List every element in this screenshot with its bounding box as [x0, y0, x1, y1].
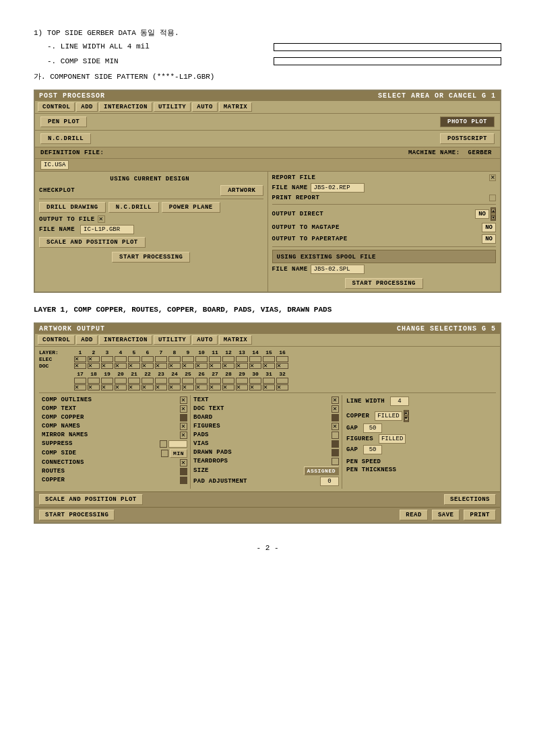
- start-processing-right-button[interactable]: START PROCESSING: [345, 278, 423, 289]
- ao-menu-control[interactable]: CONTROL: [38, 335, 75, 345]
- copper-check[interactable]: [180, 477, 187, 484]
- nc-drill-button[interactable]: N.C.DRILL: [40, 133, 91, 144]
- output-direct-scrollbar[interactable]: ▲ ▼: [491, 207, 496, 221]
- connections-check[interactable]: [180, 459, 187, 467]
- doc-check-10[interactable]: [195, 363, 208, 369]
- doc2-check-1[interactable]: [74, 384, 86, 390]
- pp-menu-matrix[interactable]: MATRIX: [219, 102, 252, 112]
- comp-outlines-check[interactable]: [180, 397, 187, 404]
- doc-check-12[interactable]: [222, 363, 234, 369]
- copper-scroll-up[interactable]: ▲: [404, 411, 408, 415]
- doc2-check-12[interactable]: [222, 384, 234, 390]
- report-file-check[interactable]: [489, 174, 496, 181]
- ao-menu-auto[interactable]: AUTO: [192, 335, 218, 345]
- power-plane-button[interactable]: POWER PLANE: [162, 202, 220, 213]
- read-button[interactable]: READ: [400, 510, 428, 520]
- board-check[interactable]: [332, 414, 339, 421]
- file-name-left-value[interactable]: IC-L1P.GBR: [80, 225, 134, 234]
- print-button[interactable]: PRINT: [464, 510, 496, 520]
- doc2-check-8[interactable]: [168, 384, 181, 390]
- pp-menu-add[interactable]: ADD: [76, 102, 98, 112]
- doc2-check-15[interactable]: [263, 384, 275, 390]
- teardrops-check[interactable]: [332, 458, 339, 465]
- doc-check-15[interactable]: [263, 363, 275, 369]
- doc2-check-6[interactable]: [141, 384, 154, 390]
- doc-check-14[interactable]: [249, 363, 261, 369]
- doc-check-4[interactable]: [115, 363, 127, 369]
- comp-text-check[interactable]: [180, 405, 187, 413]
- doc-check-6[interactable]: [141, 363, 154, 369]
- scale-plot-button[interactable]: SCALE AND POSITION PLOT: [39, 237, 146, 248]
- doc-check-16[interactable]: [276, 363, 288, 369]
- comp-copper-check[interactable]: [180, 414, 187, 421]
- doc-check-11[interactable]: [209, 363, 221, 369]
- pads-check[interactable]: [332, 432, 339, 439]
- doc-check-1[interactable]: [74, 363, 86, 369]
- scroll-down-icon[interactable]: ▼: [491, 215, 495, 219]
- file-name-right-value[interactable]: JBS-02.REP: [311, 183, 365, 193]
- save-button[interactable]: SAVE: [432, 510, 460, 520]
- doc2-check-7[interactable]: [155, 384, 167, 390]
- doc2-check-3[interactable]: [101, 384, 113, 390]
- start-processing-left-button[interactable]: START PROCESSING: [112, 252, 190, 263]
- doc2-check-9[interactable]: [182, 384, 194, 390]
- doc2-check-10[interactable]: [195, 384, 208, 390]
- mirror-names-check[interactable]: [180, 432, 187, 439]
- pp-menu-utility[interactable]: UTILITY: [154, 102, 191, 112]
- pp-menu-control[interactable]: CONTROL: [38, 102, 75, 112]
- doc-check-9[interactable]: [182, 363, 194, 369]
- layer-num-13: 13: [236, 349, 248, 355]
- comp-side-check[interactable]: [161, 450, 168, 457]
- ao-menu-interaction[interactable]: INTERACTION: [99, 335, 152, 345]
- layer-num-20: 20: [115, 371, 127, 377]
- print-report-check[interactable]: [489, 195, 496, 201]
- assigned-button[interactable]: ASSIGNED: [304, 467, 339, 475]
- photo-plot-button[interactable]: PHOTO PLOT: [440, 116, 495, 127]
- pp-right-col: REPORT FILE FILE NAME JBS-02.REP PRINT R…: [268, 172, 501, 291]
- doc-check-13[interactable]: [236, 363, 248, 369]
- pp-menu-interaction[interactable]: INTERACTION: [99, 102, 152, 112]
- doc2-check-5[interactable]: [128, 384, 140, 390]
- doc-text-check[interactable]: [332, 405, 339, 413]
- doc2-check-2[interactable]: [88, 384, 100, 390]
- doc2-check-4[interactable]: [115, 384, 127, 390]
- line-width-checkbox[interactable]: [274, 43, 501, 51]
- start-processing-ao-button[interactable]: START PROCESSING: [39, 510, 115, 520]
- comp-names-check[interactable]: [180, 423, 187, 430]
- ao-menu-add[interactable]: ADD: [76, 335, 98, 345]
- doc2-check-16[interactable]: [276, 384, 288, 390]
- ao-menu-utility[interactable]: UTILITY: [154, 335, 191, 345]
- vias-check[interactable]: [332, 440, 339, 448]
- post-processor-panel: POST PROCESSOR SELECT AREA OR CANCEL G 1…: [34, 90, 501, 293]
- output-file-check[interactable]: [98, 215, 105, 223]
- pp-menu-auto[interactable]: AUTO: [192, 102, 218, 112]
- routes-check[interactable]: [180, 468, 187, 475]
- suppress-check[interactable]: [160, 440, 167, 448]
- doc-check-3[interactable]: [101, 363, 113, 369]
- ao-menu-matrix[interactable]: MATRIX: [219, 335, 252, 345]
- artwork-button[interactable]: ARTWORK: [220, 185, 263, 196]
- doc2-check-11[interactable]: [209, 384, 221, 390]
- scroll-up-icon[interactable]: ▲: [491, 209, 495, 213]
- doc-check-2[interactable]: [88, 363, 100, 369]
- scale-position-plot-button[interactable]: SCALE AND POSITION PLOT: [39, 494, 143, 505]
- copper-scrollbar[interactable]: ▲ ▼: [404, 410, 409, 422]
- doc-check-5[interactable]: [128, 363, 140, 369]
- drawn-pads-check[interactable]: [332, 449, 339, 456]
- drill-drawing-button[interactable]: DRILL DRAWING: [39, 202, 106, 213]
- selections-button[interactable]: SELECTIONS: [444, 494, 496, 505]
- copper-scroll-down[interactable]: ▼: [404, 417, 408, 421]
- pen-plot-button[interactable]: PEN PLOT: [40, 116, 87, 127]
- nc-drill-left-button[interactable]: N.C.DRILL: [108, 202, 159, 213]
- doc-check-8[interactable]: [168, 363, 181, 369]
- doc2-check-14[interactable]: [249, 384, 261, 390]
- text-check[interactable]: [332, 397, 339, 404]
- doc-check-7[interactable]: [155, 363, 167, 369]
- figures-check[interactable]: [332, 423, 339, 430]
- def-file-value[interactable]: IC.USA: [40, 160, 69, 170]
- spool-file-value[interactable]: JBS-02.SPL: [311, 265, 365, 274]
- postscript-button[interactable]: POSTSCRIPT: [440, 133, 495, 144]
- comp-side-checkbox[interactable]: [274, 57, 501, 65]
- min-button[interactable]: MIN: [170, 449, 187, 458]
- doc2-check-13[interactable]: [236, 384, 248, 390]
